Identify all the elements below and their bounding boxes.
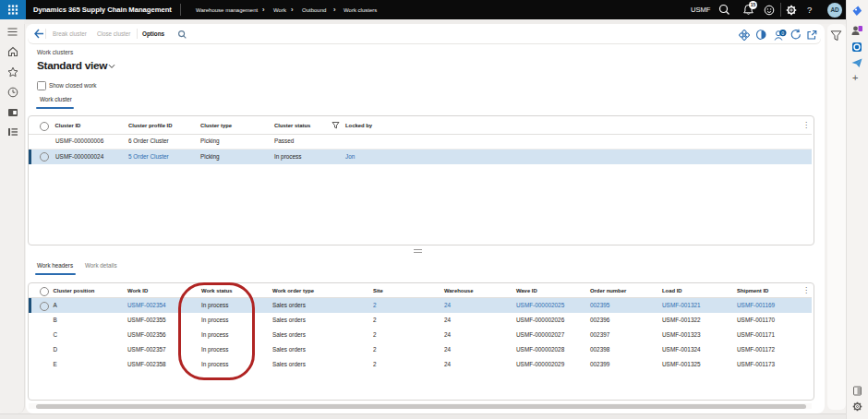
svg-text:0: 0 xyxy=(781,30,784,35)
